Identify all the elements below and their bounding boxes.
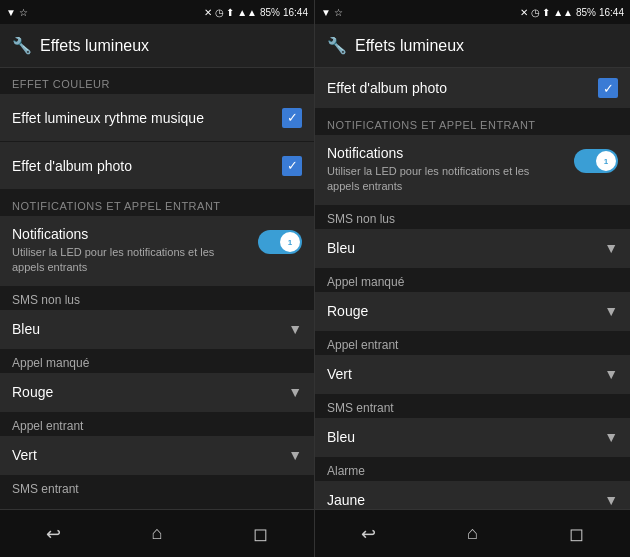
section-effet-couleur: EFFET COULEUR — [0, 68, 314, 94]
subheader-album-photo-text: Effet d'album photo — [327, 80, 447, 96]
status-left-icons: ▼ ☆ — [6, 7, 28, 18]
content-left: EFFET COULEUR Effet lumineux rythme musi… — [0, 68, 314, 509]
sms-entrant-label-right: SMS entrant — [315, 395, 630, 418]
home-icon-left[interactable]: ⌂ — [152, 523, 163, 544]
signal-icons: ✕ ◷ ⬆ ▲▲ — [204, 7, 257, 18]
setting-album-photo-left[interactable]: Effet d'album photo ✓ — [0, 142, 314, 190]
appel-manque-value-right: Rouge — [327, 303, 368, 319]
status-right-info-right: ✕ ◷ ⬆ ▲▲ 85% 16:44 — [520, 7, 624, 18]
setting-rythme-musique[interactable]: Effet lumineux rythme musique ✓ — [0, 94, 314, 142]
notifications-text-left: Notifications Utiliser la LED pour les n… — [12, 226, 258, 276]
alarme-label-right: Alarme — [315, 458, 630, 481]
panel-right: ▼ ☆ ✕ ◷ ⬆ ▲▲ 85% 16:44 🔧 Effets lumineux… — [315, 0, 630, 557]
app-title-left: Effets lumineux — [40, 37, 149, 55]
recents-icon-right[interactable]: ◻ — [569, 523, 584, 545]
notifications-toggle-right[interactable]: 1 — [574, 149, 618, 173]
notification-icons-right: ▼ ☆ — [321, 7, 343, 18]
bottom-nav-left: ↩ ⌂ ◻ — [0, 509, 314, 557]
notifications-toggle-left[interactable]: 1 — [258, 230, 302, 254]
appel-entrant-value-left: Vert — [12, 447, 37, 463]
notifications-title-right: Notifications — [327, 145, 564, 161]
sms-nonlus-arrow-right: ▼ — [604, 240, 618, 256]
status-bar-right: ▼ ☆ ✕ ◷ ⬆ ▲▲ 85% 16:44 — [315, 0, 630, 24]
rythme-musique-label: Effet lumineux rythme musique — [12, 110, 204, 126]
sms-entrant-dropdown-right[interactable]: Bleu ▼ — [315, 418, 630, 458]
notifications-title-left: Notifications — [12, 226, 248, 242]
content-right: NOTIFICATIONS ET APPEL ENTRANT Notificat… — [315, 109, 630, 509]
appel-entrant-label-right: Appel entrant — [315, 332, 630, 355]
sms-entrant-arrow-right: ▼ — [604, 429, 618, 445]
alarme-dropdown-right[interactable]: Jaune ▼ — [315, 481, 630, 509]
notifications-row-left[interactable]: Notifications Utiliser la LED pour les n… — [0, 216, 314, 287]
toggle-thumb-left: 1 — [280, 232, 300, 252]
rythme-musique-checkbox[interactable]: ✓ — [282, 108, 302, 128]
sms-nonlus-label-left: SMS non lus — [0, 287, 314, 310]
appel-entrant-dropdown-right[interactable]: Vert ▼ — [315, 355, 630, 395]
appel-manque-label-right: Appel manqué — [315, 269, 630, 292]
appel-entrant-arrow-right: ▼ — [604, 366, 618, 382]
notifications-subtitle-right: Utiliser la LED pour les notifications e… — [327, 164, 564, 195]
album-photo-checkbox-right[interactable]: ✓ — [598, 78, 618, 98]
appel-manque-label-left: Appel manqué — [0, 350, 314, 373]
subheader-album-photo[interactable]: Effet d'album photo ✓ — [315, 68, 630, 109]
sms-entrant-label-left: SMS entrant — [0, 476, 314, 499]
sms-nonlus-dropdown-right[interactable]: Bleu ▼ — [315, 229, 630, 269]
time-left: 16:44 — [283, 7, 308, 18]
home-icon-right[interactable]: ⌂ — [467, 523, 478, 544]
appel-entrant-value-right: Vert — [327, 366, 352, 382]
wrench-icon-right: 🔧 — [327, 36, 347, 55]
appel-entrant-label-left: Appel entrant — [0, 413, 314, 436]
album-photo-checkbox-left[interactable]: ✓ — [282, 156, 302, 176]
back-icon-left[interactable]: ↩ — [46, 523, 61, 545]
app-header-left: 🔧 Effets lumineux — [0, 24, 314, 68]
signal-icons-right: ✕ ◷ ⬆ ▲▲ — [520, 7, 573, 18]
time-right: 16:44 — [599, 7, 624, 18]
battery-text-right: 85% — [576, 7, 596, 18]
album-photo-label-left: Effet d'album photo — [12, 158, 132, 174]
alarme-value-right: Jaune — [327, 492, 365, 508]
back-icon-right[interactable]: ↩ — [361, 523, 376, 545]
sms-nonlus-value-left: Bleu — [12, 321, 40, 337]
notifications-row-right[interactable]: Notifications Utiliser la LED pour les n… — [315, 135, 630, 206]
status-left-icons-right: ▼ ☆ — [321, 7, 343, 18]
notification-icons: ▼ ☆ — [6, 7, 28, 18]
status-bar-left: ▼ ☆ ✕ ◷ ⬆ ▲▲ 85% 16:44 — [0, 0, 314, 24]
appel-manque-dropdown-right[interactable]: Rouge ▼ — [315, 292, 630, 332]
sms-nonlus-label-right: SMS non lus — [315, 206, 630, 229]
appel-entrant-dropdown-left[interactable]: Vert ▼ — [0, 436, 314, 476]
recents-icon-left[interactable]: ◻ — [253, 523, 268, 545]
toggle-thumb-right: 1 — [596, 151, 616, 171]
sms-nonlus-dropdown-left[interactable]: Bleu ▼ — [0, 310, 314, 350]
battery-text-left: 85% — [260, 7, 280, 18]
status-right-info: ✕ ◷ ⬆ ▲▲ 85% 16:44 — [204, 7, 308, 18]
notifications-text-right: Notifications Utiliser la LED pour les n… — [327, 145, 574, 195]
wrench-icon-left: 🔧 — [12, 36, 32, 55]
app-title-right: Effets lumineux — [355, 37, 464, 55]
alarme-arrow-right: ▼ — [604, 492, 618, 508]
bottom-nav-right: ↩ ⌂ ◻ — [315, 509, 630, 557]
appel-entrant-arrow-left: ▼ — [288, 447, 302, 463]
section-notifications-left: NOTIFICATIONS ET APPEL ENTRANT — [0, 190, 314, 216]
appel-manque-arrow-right: ▼ — [604, 303, 618, 319]
appel-manque-dropdown-left[interactable]: Rouge ▼ — [0, 373, 314, 413]
app-header-right: 🔧 Effets lumineux — [315, 24, 630, 68]
appel-manque-value-left: Rouge — [12, 384, 53, 400]
section-notifications-right: NOTIFICATIONS ET APPEL ENTRANT — [315, 109, 630, 135]
sms-entrant-value-right: Bleu — [327, 429, 355, 445]
appel-manque-arrow-left: ▼ — [288, 384, 302, 400]
notifications-subtitle-left: Utiliser la LED pour les notifications e… — [12, 245, 248, 276]
panel-left: ▼ ☆ ✕ ◷ ⬆ ▲▲ 85% 16:44 🔧 Effets lumineux… — [0, 0, 315, 557]
sms-nonlus-arrow-left: ▼ — [288, 321, 302, 337]
sms-nonlus-value-right: Bleu — [327, 240, 355, 256]
